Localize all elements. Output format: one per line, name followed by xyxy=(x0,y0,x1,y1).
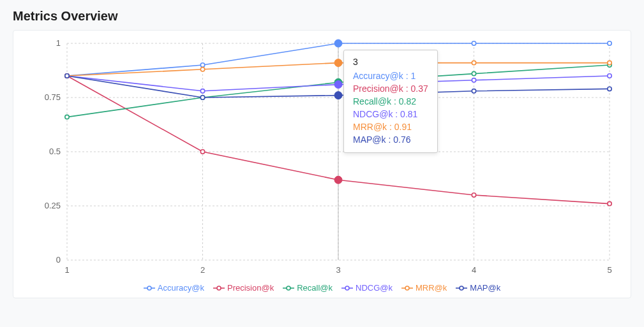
svg-point-27 xyxy=(200,150,204,154)
svg-point-55 xyxy=(334,59,342,67)
chart-svg: 00.250.50.75112345 xyxy=(22,37,622,279)
svg-point-58 xyxy=(147,286,151,290)
svg-point-44 xyxy=(472,61,476,64)
svg-point-49 xyxy=(472,89,476,93)
svg-point-30 xyxy=(608,201,611,205)
svg-point-37 xyxy=(200,89,204,93)
legend-swatch-icon xyxy=(341,285,353,291)
svg-text:4: 4 xyxy=(472,265,476,275)
legend-swatch-icon xyxy=(283,285,294,291)
svg-point-39 xyxy=(472,78,476,82)
legend-label: Recall@k xyxy=(297,283,333,293)
svg-point-45 xyxy=(608,61,611,64)
legend-item[interactable]: Precision@k xyxy=(213,283,274,293)
svg-point-42 xyxy=(200,68,204,71)
legend-label: Accuracy@k xyxy=(158,283,204,293)
svg-point-31 xyxy=(65,115,69,119)
svg-text:1: 1 xyxy=(64,265,69,275)
legend-label: Precision@k xyxy=(227,283,274,293)
svg-text:0.5: 0.5 xyxy=(49,147,61,156)
svg-point-34 xyxy=(472,71,476,75)
svg-point-29 xyxy=(472,193,476,197)
legend-swatch-icon xyxy=(213,285,225,291)
legend-swatch-icon xyxy=(401,285,413,291)
legend-label: NDCG@k xyxy=(356,283,393,293)
svg-point-22 xyxy=(200,63,204,67)
svg-point-40 xyxy=(608,74,611,78)
legend-label: MAP@k xyxy=(470,283,500,293)
svg-point-68 xyxy=(460,286,463,290)
svg-text:3: 3 xyxy=(336,265,340,275)
legend-item[interactable]: MRR@k xyxy=(401,283,447,293)
svg-point-54 xyxy=(334,81,342,89)
legend-swatch-icon xyxy=(456,285,467,291)
svg-point-25 xyxy=(608,41,611,45)
legend-item[interactable]: NDCG@k xyxy=(341,283,393,293)
svg-point-51 xyxy=(334,40,342,47)
page-title: Metrics Overview xyxy=(13,9,631,24)
svg-point-52 xyxy=(334,176,342,184)
svg-point-60 xyxy=(217,286,221,290)
chart-card: 00.250.50.75112345 3 Accuracy@k : 1Preci… xyxy=(13,30,631,298)
legend-item[interactable]: MAP@k xyxy=(456,283,500,293)
svg-text:5: 5 xyxy=(607,265,611,275)
legend-label: MRR@k xyxy=(416,283,447,293)
svg-point-56 xyxy=(334,92,342,99)
svg-text:2: 2 xyxy=(200,265,205,275)
svg-point-46 xyxy=(65,74,69,78)
svg-point-24 xyxy=(472,41,476,45)
svg-point-47 xyxy=(200,96,204,99)
svg-text:0: 0 xyxy=(56,255,61,265)
svg-point-50 xyxy=(608,87,611,91)
legend-item[interactable]: Recall@k xyxy=(283,283,333,293)
svg-point-62 xyxy=(287,286,290,290)
chart-legend: Accuracy@kPrecision@kRecall@kNDCG@kMRR@k… xyxy=(22,283,622,293)
legend-item[interactable]: Accuracy@k xyxy=(144,283,204,293)
metrics-panel: Metrics Overview 00.250.50.75112345 3 Ac… xyxy=(0,0,644,305)
svg-point-64 xyxy=(345,286,349,290)
svg-text:1: 1 xyxy=(56,38,61,48)
svg-text:0.75: 0.75 xyxy=(45,92,61,102)
legend-swatch-icon xyxy=(144,285,155,291)
line-chart[interactable]: 00.250.50.75112345 3 Accuracy@k : 1Preci… xyxy=(22,37,622,279)
svg-point-66 xyxy=(405,286,409,290)
svg-text:0.25: 0.25 xyxy=(45,201,61,210)
